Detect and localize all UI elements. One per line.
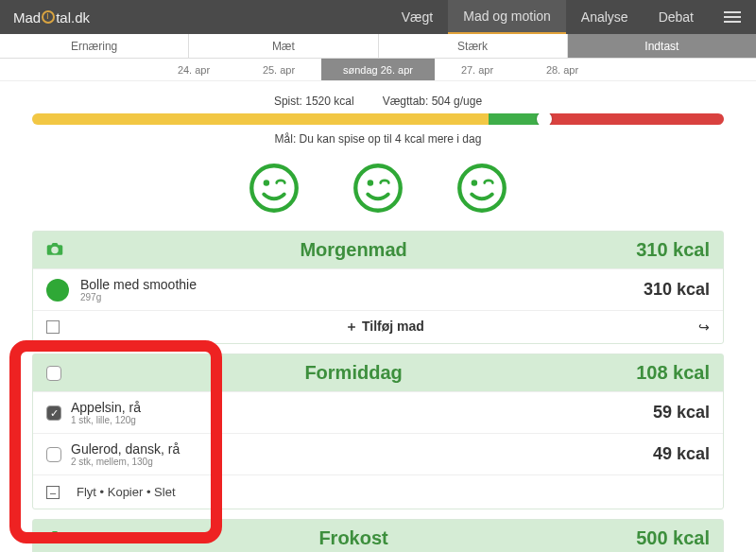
- action-slet[interactable]: Slet: [154, 485, 175, 499]
- bar-green: [489, 113, 544, 125]
- camera-icon[interactable]: [46, 242, 71, 259]
- svg-point-3: [368, 180, 373, 185]
- select-all-checkbox[interactable]: [46, 320, 60, 334]
- svg-point-4: [459, 165, 505, 211]
- bar-yellow: [32, 113, 489, 125]
- date-27apr[interactable]: 27. apr: [435, 59, 520, 80]
- nav-mad-motion[interactable]: Mad og motion: [448, 0, 566, 34]
- bar-red: [544, 113, 724, 125]
- summary-eaten: Spist: 1520 kcal: [274, 95, 354, 108]
- add-food-button[interactable]: ＋ Tilføj mad: [71, 319, 698, 336]
- subtab-maet[interactable]: Mæt: [189, 34, 378, 58]
- meal-title: Formiddag: [71, 362, 636, 384]
- brand-logo[interactable]: Madtal.dk: [0, 0, 103, 34]
- smiley-2-icon: [352, 163, 404, 214]
- svg-point-0: [251, 165, 297, 211]
- select-all-checkbox[interactable]: [46, 365, 71, 382]
- meal-kcal: 310 kcal: [636, 239, 710, 261]
- date-28apr[interactable]: 28. apr: [520, 59, 605, 80]
- brand-pre: Mad: [13, 9, 41, 26]
- summary-goal: Mål: Du kan spise op til 4 kcal mere i d…: [32, 132, 724, 146]
- date-24apr[interactable]: 24. apr: [151, 59, 236, 80]
- meal-frokost: Frokost 500 kcal: [32, 519, 724, 552]
- food-checkbox[interactable]: ✓: [46, 405, 71, 421]
- selection-actions: – Flyt • Kopier • Slet: [33, 474, 723, 509]
- calorie-bar: [32, 113, 724, 125]
- food-text: Gulerod, dansk, rå 2 stk, mellem, 130g: [71, 441, 653, 467]
- nav-vaegt[interactable]: Vægt: [387, 0, 448, 34]
- hamburger-icon: [724, 11, 741, 23]
- food-name: Gulerod, dansk, rå: [71, 441, 653, 457]
- action-kopier[interactable]: Kopier: [108, 485, 144, 499]
- summary-loss: Vægttab: 504 g/uge: [383, 95, 482, 108]
- meal-morgenmad: Morgenmad 310 kcal Bolle med smoothie 29…: [32, 231, 724, 344]
- deselect-icon[interactable]: –: [46, 486, 60, 499]
- food-sub: 1 stk, lille, 120g: [71, 415, 653, 425]
- date-25apr[interactable]: 25. apr: [236, 59, 321, 80]
- food-dot-icon: [46, 279, 69, 302]
- meal-head: Morgenmad 310 kcal: [33, 232, 723, 268]
- nav-menu[interactable]: [709, 0, 756, 34]
- svg-point-1: [264, 180, 269, 185]
- date-26apr[interactable]: søndag 26. apr: [321, 59, 435, 80]
- nav-analyse[interactable]: Analyse: [566, 0, 644, 34]
- smiley-3-icon: [456, 163, 507, 214]
- food-kcal: 49 kcal: [653, 444, 710, 464]
- food-text: Appelsin, rå 1 stk, lille, 120g: [71, 400, 653, 425]
- svg-point-5: [472, 180, 477, 185]
- food-sub: 2 stk, mellem, 130g: [71, 457, 653, 467]
- food-name: Appelsin, rå: [71, 400, 653, 415]
- top-nav: Madtal.dk Vægt Mad og motion Analyse Deb…: [0, 0, 756, 34]
- meals-container: Morgenmad 310 kcal Bolle med smoothie 29…: [0, 231, 756, 552]
- meal-title: Morgenmad: [71, 239, 636, 261]
- food-sub: 297g: [80, 292, 644, 302]
- smiley-row: [0, 153, 756, 231]
- share-icon[interactable]: ↪: [698, 319, 710, 335]
- action-flyt[interactable]: Flyt: [77, 485, 96, 499]
- food-row[interactable]: ✓ Appelsin, rå 1 stk, lille, 120g 59 kca…: [33, 391, 723, 433]
- camera-icon[interactable]: [46, 530, 71, 547]
- nav-debat[interactable]: Debat: [644, 0, 709, 34]
- meal-kcal: 500 kcal: [636, 527, 710, 549]
- add-food-row: ＋ Tilføj mad ↪: [33, 310, 723, 343]
- date-row: 24. apr 25. apr søndag 26. apr 27. apr 2…: [0, 59, 756, 81]
- meal-formiddag: Formiddag 108 kcal ✓ Appelsin, rå 1 stk,…: [32, 354, 724, 509]
- bar-knob[interactable]: [537, 113, 552, 125]
- subtab-ernaering[interactable]: Ernæring: [0, 34, 189, 58]
- svg-point-2: [355, 165, 401, 211]
- subtab-indtast[interactable]: Indtast: [568, 34, 756, 58]
- sub-tabs: Ernæring Mæt Stærk Indtast: [0, 34, 756, 59]
- meal-kcal: 108 kcal: [636, 362, 710, 384]
- meal-title: Frokost: [71, 527, 636, 549]
- food-kcal: 310 kcal: [644, 280, 710, 300]
- food-row[interactable]: Gulerod, dansk, rå 2 stk, mellem, 130g 4…: [33, 433, 723, 474]
- smiley-1-icon: [249, 163, 300, 214]
- meal-head: Frokost 500 kcal: [33, 520, 723, 552]
- brand-post: tal.dk: [56, 9, 90, 26]
- food-row[interactable]: Bolle med smoothie 297g 310 kcal: [33, 268, 723, 310]
- summary-block: Spist: 1520 kcal Vægttab: 504 g/uge Mål:…: [0, 81, 756, 153]
- food-text: Bolle med smoothie 297g: [80, 277, 644, 302]
- food-kcal: 59 kcal: [653, 403, 710, 423]
- brand-logo-icon: [42, 10, 55, 24]
- food-name: Bolle med smoothie: [80, 277, 644, 292]
- meal-head: Formiddag 108 kcal: [33, 354, 723, 391]
- subtab-staerk[interactable]: Stærk: [379, 34, 568, 58]
- food-checkbox[interactable]: [46, 446, 71, 462]
